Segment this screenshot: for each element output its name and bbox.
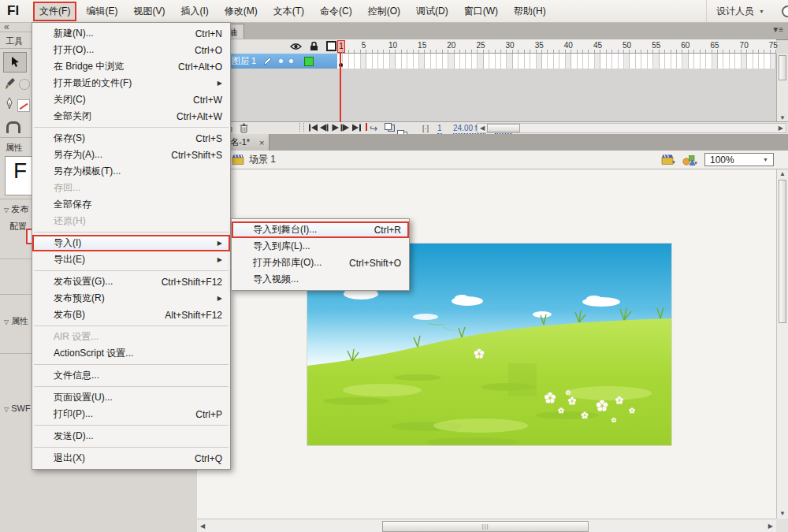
playhead-pin-icon bbox=[366, 123, 367, 131]
menu-item-shortcut: Ctrl+W bbox=[193, 95, 222, 106]
modify-markers-button[interactable]: [·] bbox=[422, 123, 429, 133]
menu-item-label: 退出(X) bbox=[54, 452, 85, 465]
scroll-up-arrow[interactable]: ▲ bbox=[777, 170, 788, 177]
menu-item[interactable]: 导入到舞台(I)...Ctrl+R bbox=[232, 221, 409, 238]
workspace-switcher[interactable]: 设计人员 ▼ bbox=[706, 0, 774, 22]
menu-item[interactable]: 发布预览(R)▶ bbox=[32, 290, 230, 307]
menu-item[interactable]: 另存为(A)...Ctrl+Shift+S bbox=[32, 147, 230, 163]
menubar-item[interactable]: 控制(O) bbox=[362, 2, 407, 21]
scrollbar-thumb[interactable]: ||| bbox=[382, 521, 589, 532]
menu-item[interactable]: 发布设置(G)...Ctrl+Shift+F12 bbox=[32, 273, 230, 290]
menu-item[interactable]: 关闭(C)Ctrl+W bbox=[32, 91, 230, 108]
menu-item[interactable]: 全部关闭Ctrl+Alt+W bbox=[32, 108, 230, 125]
menubar-item[interactable]: 修改(M) bbox=[218, 2, 264, 21]
brush-tool-icon[interactable] bbox=[5, 77, 16, 90]
edit-scene-button[interactable]: ▼ bbox=[661, 154, 676, 165]
menu-item[interactable]: 新建(N)...Ctrl+N bbox=[32, 25, 230, 42]
lock-icon[interactable] bbox=[310, 41, 318, 51]
goto-first-frame-button[interactable] bbox=[307, 123, 318, 132]
menubar-item[interactable]: 窗口(W) bbox=[458, 2, 504, 21]
layer-row[interactable]: 图层 1 bbox=[197, 54, 776, 69]
scroll-left-arrow[interactable]: ◀ bbox=[200, 522, 205, 530]
center-frame-icon[interactable]: ↪ bbox=[370, 123, 377, 133]
scroll-down-arrow[interactable]: ▼ bbox=[777, 114, 788, 121]
properties-section-header[interactable]: ▽属性 bbox=[4, 315, 28, 327]
menu-item[interactable]: 全部保存 bbox=[32, 196, 230, 213]
menu-item-shortcut: Ctrl+S bbox=[195, 133, 222, 144]
menu-item[interactable]: 打开(O)...Ctrl+O bbox=[32, 42, 230, 58]
menu-item[interactable]: 发送(D)... bbox=[32, 428, 230, 445]
zoom-level-dropdown[interactable]: 100% ▼ bbox=[704, 153, 774, 166]
menu-item[interactable]: 导出(E)▶ bbox=[32, 251, 230, 268]
menubar-item[interactable]: 文件(F) bbox=[33, 2, 76, 21]
timeline-horizontal-scrollbar[interactable]: ◀ ▶ bbox=[477, 123, 786, 133]
menu-item[interactable]: 打开外部库(O)...Ctrl+Shift+O bbox=[232, 255, 409, 271]
triangle-down-icon: ▽ bbox=[4, 406, 9, 413]
publish-section-header[interactable]: ▽发布 bbox=[4, 203, 28, 215]
menu-item[interactable]: 导入(I)▶ bbox=[32, 235, 230, 251]
chevron-down-icon: ▼ bbox=[763, 157, 768, 162]
menubar-item[interactable]: 帮助(H) bbox=[507, 2, 552, 21]
menu-item[interactable]: 打印(P)...Ctrl+P bbox=[32, 406, 230, 422]
layer-visible-dot[interactable] bbox=[279, 59, 283, 63]
swf-section-header[interactable]: ▽SWF bbox=[4, 404, 31, 413]
stage-vertical-scrollbar[interactable]: ▲ ▼ bbox=[776, 169, 788, 519]
selection-tool-button[interactable] bbox=[3, 52, 27, 73]
scrollbar-thumb[interactable] bbox=[779, 55, 786, 80]
menubar-item[interactable]: 插入(I) bbox=[174, 2, 214, 21]
menubar-item[interactable]: 编辑(E) bbox=[80, 2, 124, 21]
edit-bar: 场景 1 ▼ ▼ 100% ▼ bbox=[197, 151, 788, 169]
close-icon[interactable]: × bbox=[259, 138, 264, 147]
frame-ruler[interactable]: 1 51015202530354045505560657075 bbox=[337, 39, 776, 54]
delete-layer-button[interactable] bbox=[240, 123, 248, 133]
scroll-right-arrow[interactable]: ▶ bbox=[768, 522, 773, 530]
menu-item[interactable]: 在 Bridge 中浏览Ctrl+Alt+O bbox=[32, 58, 230, 75]
menu-item[interactable]: 还原(H) bbox=[32, 213, 230, 229]
timeline-panel: 时间轴 ▼≡ 1 51015202530354045505560657075 图… bbox=[197, 22, 788, 134]
menubar-item[interactable]: 视图(V) bbox=[127, 2, 171, 21]
onion-skin-button[interactable] bbox=[385, 123, 394, 130]
current-frame-hot-text[interactable]: 1 bbox=[437, 123, 442, 134]
stage-horizontal-scrollbar[interactable]: ◀ ||| ▶ bbox=[197, 519, 776, 532]
menu-item[interactable]: 导入视频... bbox=[232, 271, 409, 288]
panel-menu-icon[interactable]: ▼≡ bbox=[771, 25, 782, 34]
menu-item[interactable]: 保存(S)Ctrl+S bbox=[32, 130, 230, 147]
menubar-item[interactable]: 文本(T) bbox=[267, 2, 310, 21]
scroll-down-arrow[interactable]: ▼ bbox=[777, 510, 788, 517]
menu-item[interactable]: AIR 设置... bbox=[32, 329, 230, 345]
menu-item[interactable]: 打开最近的文件(F)▶ bbox=[32, 75, 230, 91]
step-forward-button[interactable] bbox=[340, 123, 351, 132]
scroll-right-arrow[interactable]: ▶ bbox=[779, 124, 783, 132]
magnet-snap-icon[interactable] bbox=[6, 121, 20, 133]
step-back-button[interactable] bbox=[318, 123, 329, 132]
cursor-arrow-icon bbox=[11, 57, 20, 68]
menubar-item[interactable]: 命令(C) bbox=[314, 2, 359, 21]
menu-item[interactable]: 文件信息... bbox=[32, 367, 230, 384]
menubar-item[interactable]: 调试(D) bbox=[410, 2, 455, 21]
play-button[interactable] bbox=[329, 123, 340, 132]
splitter-grip[interactable] bbox=[299, 123, 304, 132]
menu-item[interactable]: ActionScript 设置... bbox=[32, 345, 230, 362]
timeline-vertical-scrollbar[interactable]: ▼ bbox=[776, 54, 788, 122]
layer-frames[interactable] bbox=[337, 54, 776, 69]
playhead-line[interactable] bbox=[340, 52, 341, 122]
goto-last-frame-button[interactable] bbox=[351, 123, 362, 132]
eye-visibility-icon[interactable] bbox=[290, 43, 302, 50]
layer-lock-dot[interactable] bbox=[289, 59, 293, 63]
menu-item[interactable]: 退出(X)Ctrl+Q bbox=[32, 450, 230, 467]
lasso-tool-icon[interactable] bbox=[19, 79, 30, 90]
outline-view-icon[interactable] bbox=[326, 41, 336, 51]
edit-symbols-button[interactable]: ▼ bbox=[682, 154, 698, 166]
scrollbar-thumb[interactable] bbox=[779, 180, 786, 323]
scroll-left-arrow[interactable]: ◀ bbox=[480, 124, 485, 132]
menu-item[interactable]: 页面设置(U)... bbox=[32, 389, 230, 406]
menu-item[interactable]: 导入到库(L)... bbox=[232, 238, 409, 255]
line-tool-icon[interactable] bbox=[17, 99, 30, 112]
layer-outline-color-swatch[interactable] bbox=[304, 57, 314, 66]
search-icon[interactable] bbox=[782, 6, 788, 17]
menu-item[interactable]: 另存为模板(T)... bbox=[32, 163, 230, 180]
menu-item[interactable]: 存回... bbox=[32, 180, 230, 196]
menu-item[interactable]: 发布(B)Alt+Shift+F12 bbox=[32, 307, 230, 323]
pen-tool-icon[interactable] bbox=[5, 98, 14, 110]
scrollbar-thumb[interactable] bbox=[487, 124, 520, 132]
